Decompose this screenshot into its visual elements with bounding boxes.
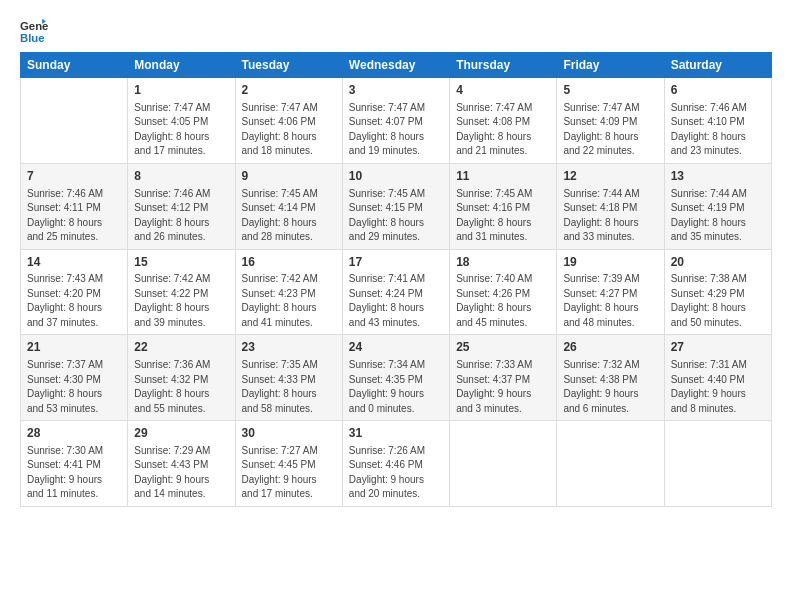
calendar-cell: 8Sunrise: 7:46 AM Sunset: 4:12 PM Daylig…: [128, 163, 235, 249]
day-number: 2: [242, 82, 336, 99]
calendar-cell: 25Sunrise: 7:33 AM Sunset: 4:37 PM Dayli…: [450, 335, 557, 421]
day-number: 10: [349, 168, 443, 185]
col-header-thursday: Thursday: [450, 53, 557, 78]
day-info: Sunrise: 7:47 AM Sunset: 4:07 PM Dayligh…: [349, 101, 443, 159]
calendar-cell: [664, 421, 771, 507]
day-number: 16: [242, 254, 336, 271]
calendar-cell: 13Sunrise: 7:44 AM Sunset: 4:19 PM Dayli…: [664, 163, 771, 249]
calendar-cell: 31Sunrise: 7:26 AM Sunset: 4:46 PM Dayli…: [342, 421, 449, 507]
day-info: Sunrise: 7:47 AM Sunset: 4:06 PM Dayligh…: [242, 101, 336, 159]
calendar-cell: 1Sunrise: 7:47 AM Sunset: 4:05 PM Daylig…: [128, 78, 235, 164]
day-info: Sunrise: 7:36 AM Sunset: 4:32 PM Dayligh…: [134, 358, 228, 416]
day-info: Sunrise: 7:40 AM Sunset: 4:26 PM Dayligh…: [456, 272, 550, 330]
day-number: 1: [134, 82, 228, 99]
calendar-cell: 30Sunrise: 7:27 AM Sunset: 4:45 PM Dayli…: [235, 421, 342, 507]
calendar-cell: 26Sunrise: 7:32 AM Sunset: 4:38 PM Dayli…: [557, 335, 664, 421]
week-row-0: 1Sunrise: 7:47 AM Sunset: 4:05 PM Daylig…: [21, 78, 772, 164]
day-info: Sunrise: 7:47 AM Sunset: 4:09 PM Dayligh…: [563, 101, 657, 159]
day-number: 22: [134, 339, 228, 356]
day-number: 8: [134, 168, 228, 185]
calendar-table: SundayMondayTuesdayWednesdayThursdayFrid…: [20, 52, 772, 507]
day-number: 27: [671, 339, 765, 356]
day-number: 3: [349, 82, 443, 99]
calendar-cell: 2Sunrise: 7:47 AM Sunset: 4:06 PM Daylig…: [235, 78, 342, 164]
calendar-cell: 3Sunrise: 7:47 AM Sunset: 4:07 PM Daylig…: [342, 78, 449, 164]
day-info: Sunrise: 7:43 AM Sunset: 4:20 PM Dayligh…: [27, 272, 121, 330]
day-number: 17: [349, 254, 443, 271]
calendar-cell: [21, 78, 128, 164]
calendar-cell: 15Sunrise: 7:42 AM Sunset: 4:22 PM Dayli…: [128, 249, 235, 335]
day-number: 5: [563, 82, 657, 99]
day-info: Sunrise: 7:45 AM Sunset: 4:15 PM Dayligh…: [349, 187, 443, 245]
calendar-cell: 19Sunrise: 7:39 AM Sunset: 4:27 PM Dayli…: [557, 249, 664, 335]
day-info: Sunrise: 7:38 AM Sunset: 4:29 PM Dayligh…: [671, 272, 765, 330]
calendar-cell: 24Sunrise: 7:34 AM Sunset: 4:35 PM Dayli…: [342, 335, 449, 421]
day-info: Sunrise: 7:46 AM Sunset: 4:11 PM Dayligh…: [27, 187, 121, 245]
calendar-cell: 7Sunrise: 7:46 AM Sunset: 4:11 PM Daylig…: [21, 163, 128, 249]
calendar-cell: [557, 421, 664, 507]
day-info: Sunrise: 7:46 AM Sunset: 4:12 PM Dayligh…: [134, 187, 228, 245]
col-header-saturday: Saturday: [664, 53, 771, 78]
day-info: Sunrise: 7:37 AM Sunset: 4:30 PM Dayligh…: [27, 358, 121, 416]
day-number: 26: [563, 339, 657, 356]
day-info: Sunrise: 7:47 AM Sunset: 4:08 PM Dayligh…: [456, 101, 550, 159]
day-info: Sunrise: 7:33 AM Sunset: 4:37 PM Dayligh…: [456, 358, 550, 416]
day-info: Sunrise: 7:35 AM Sunset: 4:33 PM Dayligh…: [242, 358, 336, 416]
day-number: 14: [27, 254, 121, 271]
day-info: Sunrise: 7:44 AM Sunset: 4:18 PM Dayligh…: [563, 187, 657, 245]
calendar-cell: 20Sunrise: 7:38 AM Sunset: 4:29 PM Dayli…: [664, 249, 771, 335]
day-info: Sunrise: 7:30 AM Sunset: 4:41 PM Dayligh…: [27, 444, 121, 502]
day-info: Sunrise: 7:44 AM Sunset: 4:19 PM Dayligh…: [671, 187, 765, 245]
day-number: 25: [456, 339, 550, 356]
header: General Blue: [20, 18, 772, 46]
day-number: 7: [27, 168, 121, 185]
col-header-monday: Monday: [128, 53, 235, 78]
svg-text:Blue: Blue: [20, 32, 45, 44]
logo-icon: General Blue: [20, 18, 48, 46]
day-info: Sunrise: 7:45 AM Sunset: 4:16 PM Dayligh…: [456, 187, 550, 245]
calendar-cell: 17Sunrise: 7:41 AM Sunset: 4:24 PM Dayli…: [342, 249, 449, 335]
calendar-cell: 16Sunrise: 7:42 AM Sunset: 4:23 PM Dayli…: [235, 249, 342, 335]
day-info: Sunrise: 7:42 AM Sunset: 4:22 PM Dayligh…: [134, 272, 228, 330]
day-number: 21: [27, 339, 121, 356]
day-info: Sunrise: 7:32 AM Sunset: 4:38 PM Dayligh…: [563, 358, 657, 416]
calendar-cell: 9Sunrise: 7:45 AM Sunset: 4:14 PM Daylig…: [235, 163, 342, 249]
day-number: 12: [563, 168, 657, 185]
calendar-cell: 14Sunrise: 7:43 AM Sunset: 4:20 PM Dayli…: [21, 249, 128, 335]
day-info: Sunrise: 7:26 AM Sunset: 4:46 PM Dayligh…: [349, 444, 443, 502]
day-info: Sunrise: 7:46 AM Sunset: 4:10 PM Dayligh…: [671, 101, 765, 159]
day-number: 18: [456, 254, 550, 271]
week-row-1: 7Sunrise: 7:46 AM Sunset: 4:11 PM Daylig…: [21, 163, 772, 249]
day-info: Sunrise: 7:42 AM Sunset: 4:23 PM Dayligh…: [242, 272, 336, 330]
calendar-cell: 11Sunrise: 7:45 AM Sunset: 4:16 PM Dayli…: [450, 163, 557, 249]
calendar-cell: 4Sunrise: 7:47 AM Sunset: 4:08 PM Daylig…: [450, 78, 557, 164]
logo: General Blue: [20, 18, 48, 46]
calendar-cell: [450, 421, 557, 507]
day-info: Sunrise: 7:39 AM Sunset: 4:27 PM Dayligh…: [563, 272, 657, 330]
calendar-cell: 22Sunrise: 7:36 AM Sunset: 4:32 PM Dayli…: [128, 335, 235, 421]
calendar-cell: 10Sunrise: 7:45 AM Sunset: 4:15 PM Dayli…: [342, 163, 449, 249]
day-info: Sunrise: 7:41 AM Sunset: 4:24 PM Dayligh…: [349, 272, 443, 330]
col-header-tuesday: Tuesday: [235, 53, 342, 78]
calendar-cell: 12Sunrise: 7:44 AM Sunset: 4:18 PM Dayli…: [557, 163, 664, 249]
day-number: 9: [242, 168, 336, 185]
calendar-cell: 21Sunrise: 7:37 AM Sunset: 4:30 PM Dayli…: [21, 335, 128, 421]
day-number: 30: [242, 425, 336, 442]
calendar-cell: 29Sunrise: 7:29 AM Sunset: 4:43 PM Dayli…: [128, 421, 235, 507]
col-header-sunday: Sunday: [21, 53, 128, 78]
day-number: 24: [349, 339, 443, 356]
week-row-4: 28Sunrise: 7:30 AM Sunset: 4:41 PM Dayli…: [21, 421, 772, 507]
calendar-cell: 18Sunrise: 7:40 AM Sunset: 4:26 PM Dayli…: [450, 249, 557, 335]
col-header-friday: Friday: [557, 53, 664, 78]
calendar-cell: 6Sunrise: 7:46 AM Sunset: 4:10 PM Daylig…: [664, 78, 771, 164]
page-container: General Blue SundayMondayTuesdayWednesda…: [0, 0, 792, 517]
calendar-cell: 27Sunrise: 7:31 AM Sunset: 4:40 PM Dayli…: [664, 335, 771, 421]
day-number: 13: [671, 168, 765, 185]
calendar-cell: 28Sunrise: 7:30 AM Sunset: 4:41 PM Dayli…: [21, 421, 128, 507]
day-number: 4: [456, 82, 550, 99]
calendar-cell: 23Sunrise: 7:35 AM Sunset: 4:33 PM Dayli…: [235, 335, 342, 421]
day-number: 23: [242, 339, 336, 356]
day-info: Sunrise: 7:31 AM Sunset: 4:40 PM Dayligh…: [671, 358, 765, 416]
week-row-3: 21Sunrise: 7:37 AM Sunset: 4:30 PM Dayli…: [21, 335, 772, 421]
day-number: 19: [563, 254, 657, 271]
